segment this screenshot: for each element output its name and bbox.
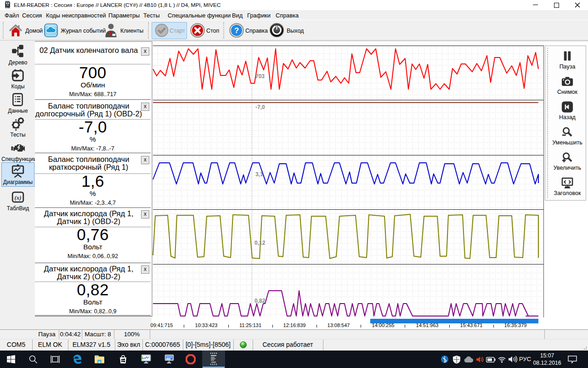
svg-text:0,82: 0,82 — [254, 298, 266, 304]
svg-text:-7,0: -7,0 — [255, 104, 265, 110]
svg-text:?: ? — [234, 26, 239, 35]
svg-text:0,12: 0,12 — [254, 240, 266, 246]
svg-text:(x): (x) — [15, 195, 22, 201]
svg-text:3,1: 3,1 — [255, 171, 263, 178]
svg-text:703: 703 — [255, 73, 265, 80]
